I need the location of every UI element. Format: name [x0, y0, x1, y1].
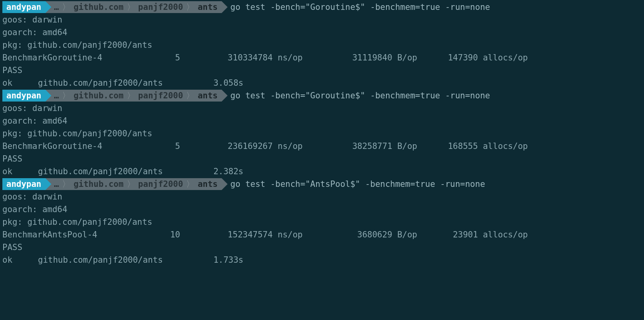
prompt-line: andypan … 〉 github.com 〉 panjf2000 〉 ant…: [2, 1, 642, 13]
ok-pkg: github.com/panjf2000/ants: [38, 254, 204, 266]
ok-pkg: github.com/panjf2000/ants: [38, 77, 204, 89]
output-ok: ok github.com/panjf2000/ants 1.733s: [2, 254, 642, 266]
output-goos: goos: darwin: [2, 190, 642, 203]
ok-time: 1.733s: [204, 254, 243, 266]
prompt-path-segment: … 〉 github.com 〉 panjf2000 〉 ants: [45, 178, 222, 190]
ok-label: ok: [2, 77, 38, 89]
prompt-user-segment: andypan: [2, 1, 45, 13]
bench-n: 5: [153, 51, 184, 64]
path-part-3: ants: [198, 89, 218, 102]
bench-nsop: 310334784 ns/op: [184, 51, 307, 64]
path-part-1: github.com: [73, 89, 123, 102]
output-pkg: pkg: github.com/panjf2000/ants: [2, 127, 642, 140]
path-part-0: …: [54, 89, 59, 102]
output-goos: goos: darwin: [2, 13, 642, 26]
path-part-2: panjf2000: [138, 1, 183, 13]
prompt-line: andypan … 〉 github.com 〉 panjf2000 〉 ant…: [2, 89, 642, 102]
bench-name: BenchmarkGoroutine-4: [2, 51, 153, 64]
bench-n: 10: [153, 228, 184, 241]
terminal-window[interactable]: andypan … 〉 github.com 〉 panjf2000 〉 ant…: [0, 0, 644, 266]
bench-n: 5: [153, 140, 184, 152]
bench-nsop: 152347574 ns/op: [184, 228, 307, 241]
chevron-right-icon: 〉: [127, 1, 135, 13]
prompt-line: andypan … 〉 github.com 〉 panjf2000 〉 ant…: [2, 178, 642, 190]
output-ok: ok github.com/panjf2000/ants 2.382s: [2, 165, 642, 178]
ok-label: ok: [2, 254, 38, 266]
chevron-right-icon: 〉: [186, 1, 194, 13]
bench-nsop: 236169267 ns/op: [184, 140, 307, 152]
output-pass: PASS: [2, 64, 642, 77]
bench-allocs: 23901 allocs/op: [421, 228, 528, 241]
bench-allocs: 147390 allocs/op: [421, 51, 528, 64]
output-goarch: goarch: amd64: [2, 115, 642, 127]
output-goos: goos: darwin: [2, 102, 642, 115]
command-input[interactable]: go test -bench="Goroutine$" -benchmem=tr…: [230, 89, 490, 102]
path-part-0: …: [54, 178, 59, 190]
path-part-1: github.com: [73, 178, 123, 190]
prompt-path-segment: … 〉 github.com 〉 panjf2000 〉 ants: [45, 90, 222, 102]
ok-pkg: github.com/panjf2000/ants: [38, 165, 204, 178]
benchmark-row: BenchmarkGoroutine-4 5 310334784 ns/op 3…: [2, 51, 642, 64]
output-goarch: goarch: amd64: [2, 26, 642, 39]
prompt-user: andypan: [6, 89, 41, 102]
path-part-2: panjf2000: [138, 89, 183, 102]
output-goarch: goarch: amd64: [2, 203, 642, 216]
command-input[interactable]: go test -bench="AntsPool$" -benchmem=tru…: [230, 178, 485, 190]
path-part-1: github.com: [73, 1, 123, 13]
chevron-right-icon: 〉: [186, 89, 194, 102]
output-pass: PASS: [2, 152, 642, 165]
command-input[interactable]: go test -bench="Goroutine$" -benchmem=tr…: [230, 1, 490, 13]
output-pkg: pkg: github.com/panjf2000/ants: [2, 216, 642, 228]
prompt-user-segment: andypan: [2, 178, 45, 190]
chevron-right-icon: 〉: [186, 178, 194, 190]
chevron-right-icon: 〉: [62, 1, 70, 13]
bench-bop: 38258771 B/op: [307, 140, 421, 152]
bench-allocs: 168555 allocs/op: [421, 140, 528, 152]
benchmark-row: BenchmarkGoroutine-4 5 236169267 ns/op 3…: [2, 140, 642, 152]
benchmark-row: BenchmarkAntsPool-4 10 152347574 ns/op 3…: [2, 228, 642, 241]
chevron-right-icon: 〉: [62, 178, 70, 190]
ok-time: 2.382s: [204, 165, 243, 178]
path-part-0: …: [54, 1, 59, 13]
chevron-right-icon: 〉: [127, 178, 135, 190]
prompt-path-segment: … 〉 github.com 〉 panjf2000 〉 ants: [45, 1, 222, 13]
bench-bop: 3680629 B/op: [307, 228, 421, 241]
chevron-right-icon: 〉: [127, 89, 135, 102]
output-pkg: pkg: github.com/panjf2000/ants: [2, 39, 642, 51]
ok-label: ok: [2, 165, 38, 178]
output-ok: ok github.com/panjf2000/ants 3.058s: [2, 77, 642, 89]
prompt-user: andypan: [6, 178, 41, 190]
prompt-user: andypan: [6, 1, 41, 13]
ok-time: 3.058s: [204, 77, 243, 89]
path-part-2: panjf2000: [138, 178, 183, 190]
prompt-user-segment: andypan: [2, 90, 45, 102]
chevron-right-icon: 〉: [62, 89, 70, 102]
bench-name: BenchmarkGoroutine-4: [2, 140, 153, 152]
output-pass: PASS: [2, 241, 642, 254]
path-part-3: ants: [198, 178, 218, 190]
path-part-3: ants: [198, 1, 218, 13]
bench-bop: 31119840 B/op: [307, 51, 421, 64]
bench-name: BenchmarkAntsPool-4: [2, 228, 153, 241]
